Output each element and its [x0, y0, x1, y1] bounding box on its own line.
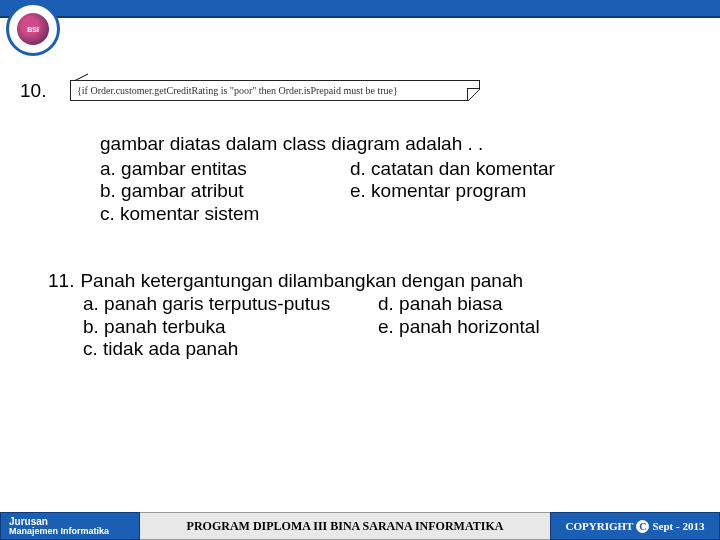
copyright-symbol-icon: C [636, 520, 649, 533]
option-11e: e. panah horizontal [378, 316, 700, 339]
option-11a: a. panah garis terputus-putus [83, 293, 378, 316]
question-10-options: a. gambar entitas d. catatan dan komenta… [100, 158, 700, 226]
option-11-blank [378, 338, 700, 361]
logo-inner: BSI [17, 13, 49, 45]
question-11-header: 11. Panah ketergantungan dilambangkan de… [48, 270, 700, 293]
footer-jurusan: Jurusan [9, 516, 131, 527]
option-10c: c. komentar sistem [100, 203, 340, 226]
copyright-word: COPYRIGHT [566, 520, 634, 532]
option-10e: e. komentar program [350, 180, 700, 203]
uml-note-box: {if Order.customer.getCreditRating is "p… [70, 80, 480, 101]
question-11-stem: Panah ketergantungan dilambangkan dengan… [80, 270, 523, 293]
option-11c: c. tidak ada panah [83, 338, 378, 361]
question-11: 11. Panah ketergantungan dilambangkan de… [48, 270, 700, 361]
option-10-blank [350, 203, 700, 226]
slide-footer: Jurusan Manajemen Informatika PROGRAM DI… [0, 512, 720, 540]
option-10d: d. catatan dan komentar [350, 158, 700, 181]
question-10-body: gambar diatas dalam class diagram adalah… [100, 133, 700, 226]
slide-content: 10. {if Order.customer.getCreditRating i… [20, 80, 700, 361]
option-10b: b. gambar atribut [100, 180, 340, 203]
option-11d: d. panah biasa [378, 293, 700, 316]
question-10-number: 10. [20, 80, 48, 103]
footer-copyright: COPYRIGHT C Sept - 2013 [550, 512, 720, 540]
question-10-header: 10. {if Order.customer.getCreditRating i… [20, 80, 700, 103]
question-10-stem: gambar diatas dalam class diagram adalah… [100, 133, 700, 156]
footer-program: PROGRAM DIPLOMA III BINA SARANA INFORMAT… [140, 512, 550, 540]
copyright-date: Sept - 2013 [652, 520, 704, 532]
top-border-bar [0, 0, 720, 18]
institution-logo: BSI [6, 2, 60, 56]
footer-dept-name: Manajemen Informatika [9, 527, 131, 537]
footer-department: Jurusan Manajemen Informatika [0, 512, 140, 540]
option-11b: b. panah terbuka [83, 316, 378, 339]
question-11-options: a. panah garis terputus-putus d. panah b… [83, 293, 700, 361]
question-11-number: 11. [48, 270, 74, 293]
option-10a: a. gambar entitas [100, 158, 340, 181]
